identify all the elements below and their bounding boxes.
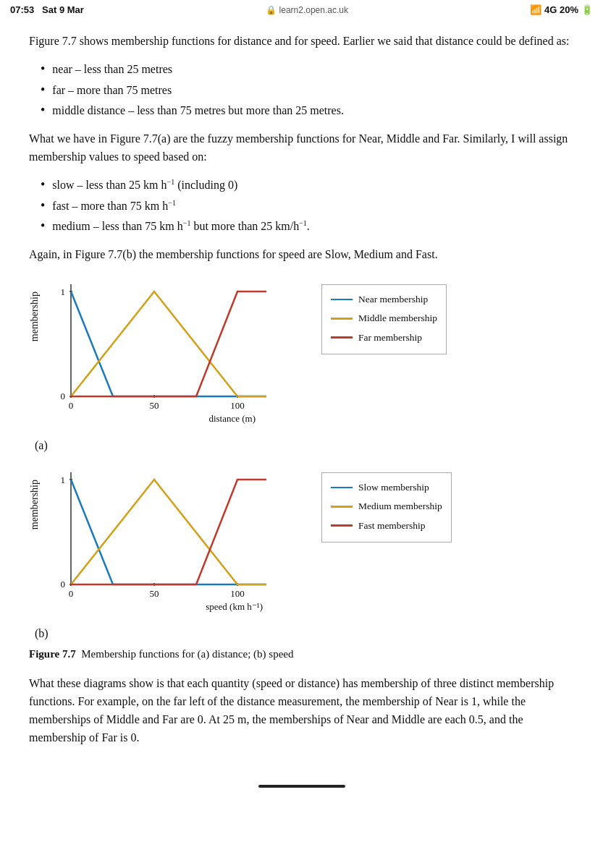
svg-text:distance (m): distance (m) [208,413,256,424]
chart-a-y-label: membership [29,277,41,341]
svg-text:1: 1 [61,475,66,485]
svg-text:speed (km h⁻¹): speed (km h⁻¹) [206,601,263,612]
middle-label: Middle membership [358,310,437,327]
bullet-2-1: slow – less than 25 km h−1 (including 0) [29,176,574,195]
battery-icon: 🔋 [581,4,593,15]
url-text: learn2.open.ac.uk [279,5,348,15]
figure-caption-bold: Figure 7.7 [29,648,76,660]
medium-label: Medium membership [358,498,442,515]
chart-b-wrapper: membership 0 1 0 50 100 [29,465,452,620]
legend-b-medium: Medium membership [331,498,442,515]
legend-a-middle: Middle membership [331,310,437,327]
bullet-list-1: near – less than 25 metres far – more th… [29,61,574,120]
chart-a-area: 0 1 0 50 100 [42,277,310,432]
svg-text:0: 0 [69,400,74,411]
paragraph-1: Figure 7.7 shows membership functions fo… [29,33,574,51]
bullet-2-2: fast – more than 75 km h−1 [29,197,574,216]
bottom-bar-area [0,772,603,792]
bullet-1-1: near – less than 25 metres [29,61,574,79]
bullet-1-2: far – more than 75 metres [29,82,574,100]
status-bar: 07:53 Sat 9 Mar 🔒 learn2.open.ac.uk 📶 4G… [0,0,603,18]
far-label: Far membership [358,329,422,346]
near-label: Near membership [358,291,428,308]
figure-caption: Figure 7.7 Membership functions for (a) … [29,646,574,663]
chart-b-legend: Slow membership Medium membership Fast m… [321,472,452,542]
chart-a-svg: 0 1 0 50 100 [42,277,310,429]
chart-b-area: 0 1 0 50 100 [42,465,310,620]
paragraph-2: What we have in Figure 7.7(a) are the fu… [29,130,574,166]
near-line [331,299,353,301]
fast-line [331,524,353,527]
svg-text:100: 100 [230,400,245,411]
chart-b-svg: 0 1 0 50 100 [42,465,310,617]
far-line [331,336,353,339]
chart-b-y-label: membership [29,465,41,529]
status-right: 📶 4G 20% 🔋 [530,4,593,15]
bullet-1-3: middle distance – less than 75 metres bu… [29,102,574,120]
svg-text:1: 1 [61,286,66,297]
bullet-2-3: medium – less than 75 km h−1 but more th… [29,218,574,236]
medium-line [331,506,353,508]
chart-a-label: (a) [35,439,574,452]
svg-text:100: 100 [230,588,245,599]
paragraph-3: Again, in Figure 7.7(b) the membership f… [29,246,574,264]
fast-label: Fast membership [358,517,426,535]
day-text: Sat 9 Mar [42,4,84,15]
svg-text:50: 50 [150,400,159,411]
signal-icon: 📶 [530,4,541,15]
chart-a-section: membership 0 1 0 50 [29,277,574,432]
svg-text:0: 0 [61,579,66,590]
url-area[interactable]: 🔒 learn2.open.ac.uk [266,4,348,15]
chart-a-inner: membership 0 1 0 50 [29,277,447,432]
figure-caption-text: Membership functions for (a) distance; (… [78,648,293,660]
paragraph-4: What these diagrams show is that each qu… [29,675,574,746]
bullet-list-2: slow – less than 25 km h−1 (including 0)… [29,176,574,236]
legend-b-fast: Fast membership [331,517,442,535]
lock-icon: 🔒 [266,5,277,15]
chart-b-section: membership 0 1 0 50 100 [29,465,574,620]
chart-b-label: (b) [35,627,574,640]
slow-label: Slow membership [358,479,429,496]
svg-text:0: 0 [69,588,74,599]
svg-text:0: 0 [61,391,66,401]
chart-a-legend: Near membership Middle membership Far me… [321,284,447,354]
chart-b-inner: membership 0 1 0 50 100 [29,465,452,620]
middle-line [331,318,353,320]
main-content: Figure 7.7 shows membership functions fo… [0,18,603,772]
time-text: 07:53 [10,4,34,15]
slow-line [331,487,353,489]
signal-text: 4G 20% [544,4,578,15]
legend-b-slow: Slow membership [331,479,442,496]
status-time: 07:53 Sat 9 Mar [10,4,84,15]
legend-a-near: Near membership [331,291,437,308]
svg-text:50: 50 [150,588,159,599]
bottom-navigation-bar [258,785,345,788]
chart-a-wrapper: membership 0 1 0 50 [29,277,447,432]
legend-a-far: Far membership [331,329,437,346]
